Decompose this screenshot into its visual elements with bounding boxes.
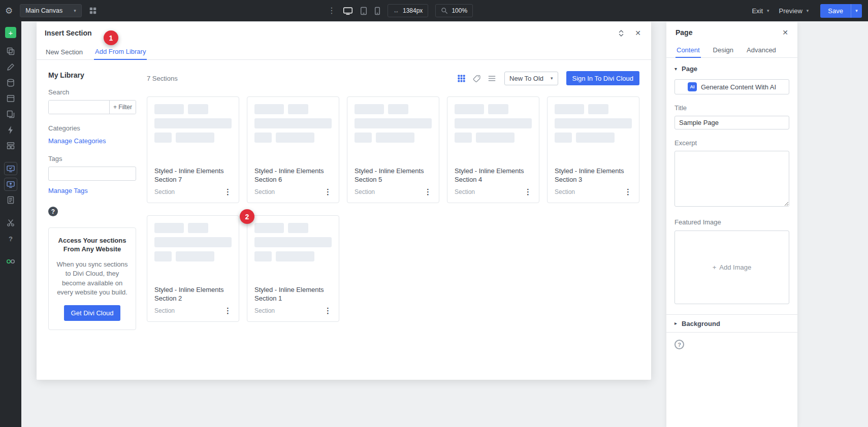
grid-view-icon[interactable] bbox=[457, 74, 466, 83]
desktop-view-icon[interactable] bbox=[343, 7, 353, 15]
canvas-width-control[interactable]: ↔ 1384px bbox=[388, 4, 428, 17]
builder-settings-gear-icon[interactable]: ⚙ bbox=[5, 7, 13, 15]
layers-icon[interactable] bbox=[4, 45, 17, 58]
search-label: Search bbox=[48, 88, 136, 96]
generate-content-ai-button[interactable]: AI Generate Content With AI bbox=[674, 79, 789, 94]
ai-button-label: Generate Content With AI bbox=[701, 83, 776, 91]
library-section-card[interactable]: Styled - Inline Elements Section 3 Secti… bbox=[547, 96, 639, 203]
preview-toggle-icon[interactable] bbox=[4, 255, 17, 268]
layout-grid-icon[interactable] bbox=[89, 7, 97, 15]
wireframe-view-icon[interactable] bbox=[4, 139, 17, 152]
lightning-icon[interactable] bbox=[4, 123, 17, 137]
manage-categories-link[interactable]: Manage Categories bbox=[48, 137, 136, 145]
library-section-card[interactable]: Styled - Inline Elements Section 1 Secti… bbox=[247, 215, 339, 322]
section-card-title: Styled - Inline Elements Section 3 bbox=[555, 167, 632, 184]
skeleton-block bbox=[254, 118, 332, 128]
close-icon[interactable]: ✕ bbox=[782, 29, 788, 36]
filter-button[interactable]: + Filter bbox=[109, 101, 136, 114]
title-label: Title bbox=[674, 104, 789, 112]
section-card-title: Styled - Inline Elements Section 2 bbox=[154, 286, 232, 303]
add-button[interactable]: + bbox=[5, 27, 16, 38]
tablet-view-icon[interactable] bbox=[360, 7, 367, 15]
pages-stack-icon[interactable] bbox=[4, 193, 17, 207]
caret-right-icon: ▸ bbox=[674, 321, 677, 326]
skeleton-block bbox=[288, 223, 308, 233]
settings-help-icon[interactable]: ? bbox=[674, 340, 684, 349]
sign-in-divi-cloud-button[interactable]: Sign In To Divi Cloud bbox=[566, 71, 639, 85]
skeleton-block bbox=[254, 133, 272, 143]
tutorial-step-badge: 2 bbox=[240, 209, 254, 224]
card-options-menu-icon[interactable]: ⋮ bbox=[224, 307, 232, 314]
dock-modal-icon[interactable] bbox=[618, 29, 625, 37]
add-image-label: Add Image bbox=[719, 264, 751, 271]
library-section-card[interactable]: Styled - Inline Elements Section 4 Secti… bbox=[447, 96, 539, 203]
tag-view-icon[interactable] bbox=[472, 74, 481, 83]
tab-new-section[interactable]: New Section bbox=[45, 44, 84, 59]
exit-dropdown-chevron-icon[interactable]: ▾ bbox=[767, 9, 769, 13]
sort-dropdown[interactable]: New To Old ▾ bbox=[504, 72, 558, 85]
background-section-toggle[interactable]: ▸ Background bbox=[666, 314, 797, 333]
preview-button[interactable]: Preview bbox=[779, 7, 802, 15]
skeleton-block bbox=[254, 223, 284, 233]
more-options-icon[interactable]: ⋮ bbox=[328, 7, 336, 15]
library-section-card[interactable]: Styled - Inline Elements Section 5 Secti… bbox=[347, 96, 439, 203]
tab-advanced[interactable]: Advanced bbox=[746, 43, 777, 57]
duplicate-pages-icon[interactable] bbox=[4, 108, 17, 121]
featured-image-label: Featured Image bbox=[674, 218, 789, 226]
exit-button[interactable]: Exit bbox=[752, 7, 763, 15]
get-divi-cloud-button[interactable]: Get Divi Cloud bbox=[64, 305, 121, 321]
section-card-title: Styled - Inline Elements Section 7 bbox=[154, 167, 232, 184]
tags-input[interactable] bbox=[48, 167, 136, 181]
skeleton-block bbox=[455, 104, 484, 114]
width-arrows-icon: ↔ bbox=[393, 8, 399, 14]
section-thumbnail bbox=[555, 104, 632, 143]
add-image-dropzone[interactable]: + Add Image bbox=[674, 231, 789, 304]
help-icon[interactable]: ? bbox=[4, 232, 17, 245]
section-card-title: Styled - Inline Elements Section 4 bbox=[455, 167, 532, 184]
save-button[interactable]: Save bbox=[820, 4, 851, 18]
skeleton-block bbox=[355, 133, 372, 143]
phone-view-icon[interactable] bbox=[374, 7, 380, 15]
canvas-select[interactable]: Main Canvas ▾ bbox=[20, 4, 81, 17]
save-group: Save ▾ bbox=[820, 4, 862, 18]
desktop-check-icon[interactable] bbox=[4, 162, 17, 175]
card-options-menu-icon[interactable]: ⋮ bbox=[624, 188, 632, 195]
excerpt-label: Excerpt bbox=[674, 139, 789, 147]
builder-toolbar: ⚙ Main Canvas ▾ ⋮ ↔ 1384px 100% bbox=[0, 0, 868, 21]
card-options-menu-icon[interactable]: ⋮ bbox=[424, 188, 432, 195]
excerpt-textarea[interactable] bbox=[674, 151, 789, 207]
tab-content[interactable]: Content bbox=[676, 43, 701, 58]
library-sidebar: My Library Search + Filter Categories Ma… bbox=[48, 71, 136, 330]
card-options-menu-icon[interactable]: ⋮ bbox=[524, 188, 532, 195]
design-pencil-icon[interactable] bbox=[4, 60, 17, 74]
canvas-select-value: Main Canvas bbox=[25, 7, 62, 14]
card-options-menu-icon[interactable]: ⋮ bbox=[324, 188, 332, 195]
section-thumbnail bbox=[154, 104, 232, 143]
zoom-control[interactable]: 100% bbox=[435, 4, 473, 17]
library-section-card[interactable]: Styled - Inline Elements Section 6 Secti… bbox=[247, 96, 339, 203]
library-help-icon[interactable]: ? bbox=[48, 207, 58, 216]
tab-design[interactable]: Design bbox=[712, 43, 734, 57]
database-icon[interactable] bbox=[4, 76, 17, 89]
tutorial-step-badge: 1 bbox=[104, 30, 118, 45]
skeleton-block bbox=[455, 118, 532, 128]
portability-scissors-icon[interactable] bbox=[4, 216, 17, 229]
card-options-menu-icon[interactable]: ⋮ bbox=[324, 307, 332, 314]
library-section-card[interactable]: Styled - Inline Elements Section 2 Secti… bbox=[147, 215, 239, 322]
manage-tags-link[interactable]: Manage Tags bbox=[48, 187, 136, 194]
layout-module-icon[interactable] bbox=[4, 92, 17, 105]
close-icon[interactable]: ✕ bbox=[635, 29, 641, 37]
page-section-toggle[interactable]: ▾ Page bbox=[674, 65, 789, 73]
tab-add-from-library[interactable]: Add From Library bbox=[94, 44, 147, 60]
save-dropdown-chevron-icon[interactable]: ▾ bbox=[851, 4, 862, 18]
desktop-upload-icon[interactable] bbox=[4, 178, 17, 191]
library-section-card[interactable]: Styled - Inline Elements Section 7 Secti… bbox=[147, 96, 239, 203]
card-options-menu-icon[interactable]: ⋮ bbox=[224, 188, 232, 195]
sort-value: New To Old bbox=[509, 75, 543, 82]
skeleton-block bbox=[288, 104, 308, 114]
preview-dropdown-chevron-icon[interactable]: ▾ bbox=[807, 9, 809, 13]
page-title-input[interactable] bbox=[674, 116, 789, 129]
search-input[interactable] bbox=[49, 101, 109, 114]
list-view-icon[interactable] bbox=[488, 74, 496, 83]
toolbar-center-group: ⋮ ↔ 1384px 100% bbox=[328, 0, 473, 21]
